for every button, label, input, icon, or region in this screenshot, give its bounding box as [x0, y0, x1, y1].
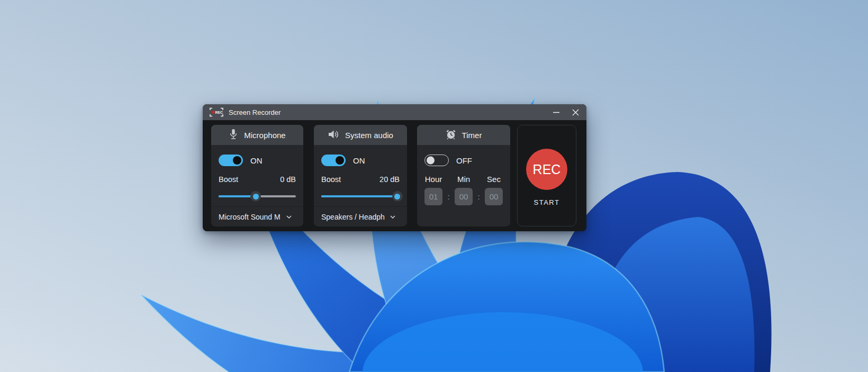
microphone-panel-title: Microphone [244, 131, 285, 140]
microphone-panel: Microphone ON Boost 0 dB Microsoft Sound… [211, 125, 303, 226]
microphone-device-select[interactable]: Microsoft Sound M [211, 206, 303, 226]
titlebar[interactable]: REC Screen Recorder [203, 104, 586, 120]
chevron-down-icon [286, 215, 292, 219]
timer-panel: Timer OFF Hour Min Sec : : [417, 125, 510, 226]
timer-colon: : [442, 192, 455, 201]
timer-toggle[interactable] [424, 155, 449, 166]
close-button[interactable] [566, 104, 585, 120]
window-title: Screen Recorder [229, 108, 281, 116]
timer-hour-input[interactable] [424, 188, 442, 205]
microphone-device-value: Microsoft Sound M [219, 213, 282, 221]
system-audio-device-select[interactable]: Speakers / Headph [314, 206, 407, 226]
desktop: REC Screen Recorder [0, 0, 868, 372]
app-rec-logo-icon: REC [210, 107, 223, 117]
system-audio-toggle[interactable] [321, 155, 346, 166]
record-panel: REC START [517, 125, 576, 226]
system-audio-panel: System audio ON Boost 20 dB Speakers / H… [314, 125, 407, 226]
timer-min-label: Min [455, 175, 473, 184]
timer-min-input[interactable] [455, 188, 473, 205]
system-audio-toggle-knob [336, 156, 344, 165]
window-controls [546, 104, 585, 120]
speaker-icon [328, 129, 339, 141]
timer-panel-title: Timer [462, 131, 482, 140]
system-audio-toggle-state: ON [353, 156, 365, 165]
timer-hour-label: Hour [424, 175, 442, 184]
microphone-boost-value: 0 dB [280, 175, 296, 184]
system-audio-boost-label: Boost [321, 175, 341, 184]
start-caption: START [518, 198, 576, 206]
slider-track [321, 195, 400, 197]
system-audio-panel-header: System audio [314, 125, 407, 145]
timer-toggle-state: OFF [456, 156, 472, 165]
timer-sec-label: Sec [485, 175, 503, 184]
record-button[interactable]: REC [526, 149, 567, 190]
timer-colon: : [473, 192, 485, 201]
alarm-clock-icon [446, 129, 456, 141]
microphone-panel-header: Microphone [211, 125, 303, 145]
timer-fields: Hour Min Sec : : [424, 175, 503, 205]
screen-recorder-window: REC Screen Recorder [203, 104, 586, 231]
system-audio-device-value: Speakers / Headph [321, 213, 386, 221]
timer-sec-input[interactable] [485, 188, 503, 205]
microphone-slider-thumb[interactable] [250, 191, 261, 202]
chevron-down-icon [390, 215, 395, 219]
minimize-button[interactable] [546, 104, 566, 120]
timer-panel-header: Timer [417, 125, 510, 145]
slider-fill [321, 195, 397, 197]
record-button-label: REC [533, 162, 561, 177]
microphone-toggle-state: ON [250, 156, 263, 165]
system-audio-boost-value: 20 dB [379, 175, 400, 184]
system-audio-slider-thumb[interactable] [392, 191, 403, 202]
timer-toggle-knob [427, 157, 435, 165]
microphone-boost-label: Boost [219, 175, 238, 184]
system-audio-panel-title: System audio [345, 131, 393, 140]
microphone-boost-slider[interactable] [219, 191, 296, 202]
system-audio-boost-slider[interactable] [321, 191, 400, 202]
microphone-icon [229, 128, 238, 142]
svg-text:REC: REC [215, 111, 223, 114]
microphone-toggle-knob [233, 156, 241, 165]
microphone-toggle[interactable] [219, 155, 243, 166]
